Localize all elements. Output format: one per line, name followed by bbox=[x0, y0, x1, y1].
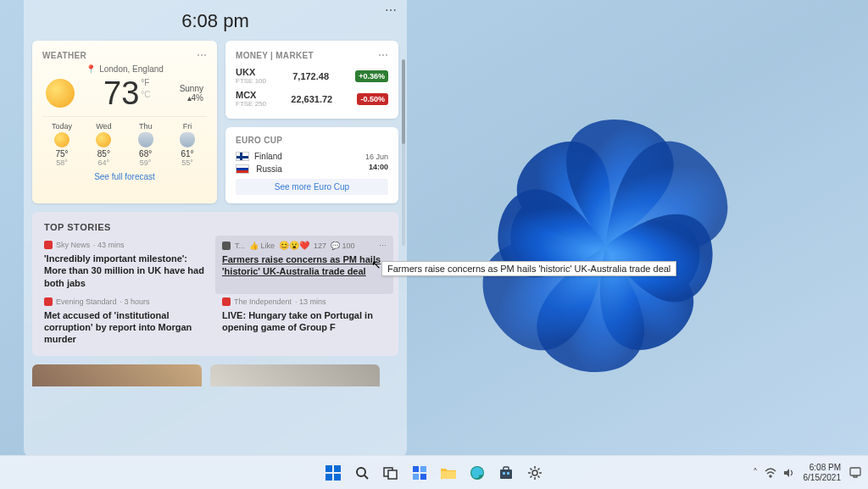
svg-rect-9 bbox=[420, 466, 426, 472]
svg-rect-11 bbox=[420, 474, 426, 480]
weather-more-icon[interactable]: ⋯ bbox=[197, 49, 207, 61]
comment-icon[interactable]: 💬 100 bbox=[331, 242, 355, 250]
flag-icon bbox=[236, 164, 249, 174]
eurocup-widget[interactable]: EURO CUP FinlandRussia 16 Jun 14:00 See … bbox=[225, 127, 398, 203]
story-item[interactable]: T...👍 Like😊😮❤️127💬 100⋯Farmers raise con… bbox=[215, 236, 393, 294]
forecast-day[interactable]: Wed85°64° bbox=[84, 122, 123, 167]
location-pin-icon: 📍 bbox=[86, 64, 96, 74]
top-stories-widget[interactable]: TOP STORIES Sky News· 43 mins'Incredibly… bbox=[32, 212, 398, 356]
svg-point-19 bbox=[770, 475, 771, 477]
weather-location: 📍 London, England bbox=[42, 64, 207, 74]
sun-icon bbox=[46, 79, 75, 108]
forecast-day[interactable]: Fri61°55° bbox=[168, 122, 207, 167]
svg-rect-8 bbox=[413, 466, 419, 472]
widgets-button[interactable] bbox=[408, 461, 431, 485]
story-more-icon[interactable]: ⋯ bbox=[379, 242, 387, 250]
svg-rect-2 bbox=[326, 474, 332, 481]
tray-chevron-icon[interactable]: ˄ bbox=[753, 467, 758, 479]
forecast-day[interactable]: Today75°58° bbox=[42, 122, 81, 167]
weather-day-icon bbox=[180, 132, 195, 147]
svg-line-5 bbox=[364, 475, 368, 479]
svg-rect-3 bbox=[334, 474, 341, 481]
photo-thumbnail[interactable] bbox=[210, 364, 380, 386]
network-icon[interactable] bbox=[765, 468, 776, 478]
story-item[interactable]: Evening Standard· 3 hoursMet accused of … bbox=[44, 297, 209, 346]
svg-rect-7 bbox=[388, 470, 397, 479]
task-view-button[interactable] bbox=[379, 461, 403, 485]
taskbar[interactable]: ˄ 6:08 PM 6/15/2021 bbox=[0, 455, 868, 489]
edge-button[interactable] bbox=[465, 461, 489, 485]
volume-icon[interactable] bbox=[783, 468, 795, 478]
svg-rect-17 bbox=[507, 472, 509, 475]
like-icon[interactable]: 👍 Like bbox=[249, 242, 275, 250]
eurocup-date: 16 Jun bbox=[365, 153, 388, 163]
market-more-icon[interactable]: ⋯ bbox=[378, 49, 388, 61]
market-row[interactable]: MCXFTSE 25022,631.72-0.50% bbox=[236, 87, 388, 110]
weather-temp: 73 bbox=[103, 77, 139, 109]
tooltip: Farmers raise concerns as PM hails 'hist… bbox=[381, 261, 676, 276]
weather-day-icon bbox=[54, 132, 70, 147]
see-more-eurocup-link[interactable]: See more Euro Cup bbox=[236, 179, 388, 195]
panel-time: 6:08 pm bbox=[32, 7, 398, 41]
flag-icon bbox=[236, 152, 249, 161]
eurocup-team: Finland bbox=[236, 150, 282, 163]
panel-more-icon[interactable]: ⋯ bbox=[385, 3, 397, 17]
weather-condition: Sunny bbox=[180, 84, 203, 93]
svg-rect-0 bbox=[326, 465, 332, 472]
weather-precip: ▴4% bbox=[180, 93, 203, 103]
photo-thumbnail[interactable] bbox=[32, 364, 202, 386]
notifications-icon[interactable] bbox=[849, 467, 861, 479]
search-button[interactable] bbox=[350, 461, 374, 485]
weather-widget[interactable]: WEATHER ⋯ 📍 London, England 73 °F °C Sun… bbox=[32, 41, 217, 203]
panel-scrollbar[interactable] bbox=[402, 59, 405, 246]
market-widget[interactable]: MONEY | MARKET ⋯ UKXFTSE 1007,172.48+0.3… bbox=[225, 41, 398, 119]
weather-day-icon bbox=[138, 132, 153, 147]
settings-button[interactable] bbox=[523, 461, 547, 485]
svg-point-4 bbox=[357, 468, 365, 476]
market-row[interactable]: UKXFTSE 1007,172.48+0.36% bbox=[236, 64, 388, 87]
weather-title: WEATHER bbox=[42, 51, 86, 60]
svg-rect-15 bbox=[504, 467, 509, 470]
market-title: MONEY | MARKET bbox=[236, 51, 314, 60]
weather-day-icon bbox=[96, 132, 111, 147]
eurocup-time: 14:00 bbox=[365, 163, 388, 173]
start-button[interactable] bbox=[321, 461, 345, 485]
svg-point-18 bbox=[532, 470, 537, 475]
svg-rect-20 bbox=[850, 468, 860, 475]
svg-rect-10 bbox=[413, 474, 419, 480]
taskbar-clock[interactable]: 6:08 PM 6/15/2021 bbox=[804, 463, 842, 483]
story-item[interactable]: The Independent· 13 minsLIVE: Hungary ta… bbox=[222, 297, 387, 346]
reactions-icon[interactable]: 😊😮❤️ bbox=[279, 241, 309, 250]
eurocup-team: Russia bbox=[236, 163, 282, 175]
widgets-panel[interactable]: ⋯ 6:08 pm WEATHER ⋯ 📍 London, England 73… bbox=[24, 0, 407, 458]
photo-strip bbox=[32, 364, 398, 386]
story-item[interactable]: Sky News· 43 mins'Incredibly important m… bbox=[44, 241, 209, 289]
forecast-day[interactable]: Thu68°59° bbox=[126, 122, 165, 167]
store-button[interactable] bbox=[494, 461, 518, 485]
see-full-forecast-link[interactable]: See full forecast bbox=[42, 167, 207, 181]
svg-rect-1 bbox=[334, 465, 341, 472]
file-explorer-button[interactable] bbox=[437, 461, 460, 485]
top-stories-title: TOP STORIES bbox=[44, 222, 387, 232]
svg-rect-16 bbox=[503, 472, 505, 475]
svg-rect-12 bbox=[441, 471, 456, 479]
eurocup-title: EURO CUP bbox=[236, 136, 388, 145]
